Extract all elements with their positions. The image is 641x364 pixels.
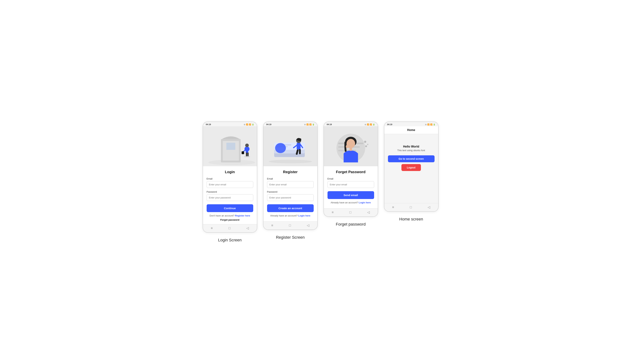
home-hello-text: Hello World: [388, 145, 435, 148]
forg-location-icon: ⊙: [365, 124, 366, 126]
home-menu-icon: ≡: [392, 206, 394, 209]
svg-rect-3: [226, 142, 235, 150]
register-time: 04:19: [266, 123, 271, 126]
register-password-label: Password: [267, 190, 314, 193]
svg-rect-22: [299, 149, 301, 154]
login-phone: 04:19 ⊙ 📶 📶 🔋: [203, 122, 257, 233]
location-icon: ⊙: [244, 124, 245, 126]
register-status-icons: ⊙ 📶 📶 🔋: [304, 124, 314, 126]
home-header: Home: [384, 126, 438, 134]
home-go-button[interactable]: Go to second screen: [388, 155, 435, 162]
svg-point-31: [365, 145, 367, 147]
login-register-link[interactable]: Register here: [235, 214, 250, 217]
signal-icon: 📶: [249, 124, 251, 126]
login-home-icon: □: [228, 226, 230, 230]
forg-wifi-icon: 📶: [367, 124, 369, 126]
login-time: 04:19: [206, 123, 211, 126]
forg-menu-icon: ≡: [332, 210, 334, 214]
login-illustration: [203, 126, 257, 166]
login-email-label: Email: [207, 177, 253, 180]
login-register-link-text: Don't have an account? Register here: [207, 214, 253, 217]
register-email-input[interactable]: [267, 181, 314, 188]
register-login-link-text: Already have an account? Login here: [267, 214, 314, 217]
reg-home-icon: □: [289, 224, 291, 228]
forg-battery-icon: 🔋: [373, 124, 375, 126]
forget-bottom-nav: ≡ □ ◁: [324, 208, 378, 216]
forget-title: Forget Password: [328, 170, 374, 174]
login-password-input[interactable]: [207, 194, 253, 201]
home-location-icon: ⊙: [425, 124, 427, 126]
svg-rect-8: [247, 152, 248, 156]
wifi-icon: 📶: [246, 124, 248, 126]
home-sub-text: This text using ubuntu font: [388, 149, 435, 152]
reg-battery-icon: 🔋: [312, 124, 314, 126]
forget-time: 04:19: [327, 123, 332, 126]
home-main-content: Hello World This text using ubuntu font …: [384, 134, 438, 203]
forget-email-label: Email: [328, 177, 374, 180]
forget-email-input[interactable]: [328, 181, 374, 188]
forget-form: Forget Password Email Send email Already…: [324, 166, 378, 208]
forget-screen-label: Forget password: [336, 222, 366, 227]
reg-wifi-icon: 📶: [306, 124, 308, 126]
screens-row: 04:19 ⊙ 📶 📶 🔋: [203, 122, 439, 242]
home-status-icons: ⊙ 📶 📶 🔋: [425, 124, 435, 126]
register-title: Register: [267, 170, 314, 174]
register-illustration: [263, 126, 317, 166]
forget-login-link[interactable]: Login here: [359, 201, 371, 204]
svg-point-18: [275, 143, 286, 153]
home-bottom-nav: ≡ □ ◁: [384, 203, 438, 212]
svg-rect-7: [246, 152, 247, 156]
login-svg: [203, 126, 257, 166]
login-continue-button[interactable]: Continue: [207, 204, 253, 212]
svg-rect-19: [296, 142, 300, 150]
register-screen-label: Register Screen: [276, 235, 305, 240]
svg-point-35: [346, 145, 349, 148]
reg-back-icon: ◁: [307, 224, 309, 228]
svg-rect-6: [246, 148, 248, 153]
home-wifi-icon: 📶: [427, 124, 429, 126]
home-logout-button[interactable]: Logout: [401, 164, 421, 171]
forg-home-icon: □: [349, 210, 351, 214]
home-signal-icon: 📶: [430, 124, 432, 126]
forget-status-icons: ⊙ 📶 📶 🔋: [365, 124, 375, 126]
login-screen-label: Login Screen: [218, 238, 242, 242]
forget-status-bar: 04:19 ⊙ 📶 📶 🔋: [324, 122, 378, 126]
forget-phone: 04:19 ⊙ 📶 📶 🔋: [324, 122, 378, 217]
forget-login-link-text: Already have an account? Login here: [328, 201, 374, 204]
home-time: 04:19: [387, 123, 392, 126]
reg-signal-icon: 📶: [309, 124, 311, 126]
home-back-icon: ◁: [428, 205, 430, 209]
login-password-label: Password: [207, 190, 253, 193]
forg-back-icon: ◁: [367, 210, 370, 214]
forget-illustration: [324, 126, 378, 166]
forget-screen-wrapper: 04:19 ⊙ 📶 📶 🔋: [324, 122, 378, 227]
svg-point-12: [269, 160, 312, 163]
register-status-bar: 04:19 ⊙ 📶 📶 🔋: [263, 122, 317, 126]
register-email-label: Email: [267, 177, 314, 180]
battery-icon: 🔋: [252, 124, 254, 126]
home-status-bar: 04:19 ⊙ 📶 📶 🔋: [384, 122, 438, 126]
svg-rect-10: [242, 151, 244, 154]
login-status-icons: ⊙ 📶 📶 🔋: [244, 124, 254, 126]
register-form: Register Email Password Create an accoun…: [263, 166, 317, 222]
login-bottom-nav: ≡ □ ◁: [203, 224, 257, 232]
login-title: Login: [207, 170, 253, 174]
home-battery-icon: 🔋: [433, 124, 435, 126]
register-phone: 04:19 ⊙ 📶 📶 🔋: [263, 122, 318, 230]
login-email-input[interactable]: [207, 181, 253, 188]
login-back-icon: ◁: [246, 226, 249, 230]
forget-svg: [324, 126, 378, 166]
login-forget-link[interactable]: Forget password: [207, 218, 253, 221]
home-screen-wrapper: 04:19 ⊙ 📶 📶 🔋 Home Hello World This text…: [384, 122, 439, 222]
forget-send-button[interactable]: Send email: [328, 191, 374, 199]
forg-signal-icon: 📶: [370, 124, 372, 126]
register-bottom-nav: ≡ □ ◁: [263, 222, 317, 230]
register-svg: [263, 126, 317, 166]
reg-location-icon: ⊙: [304, 124, 306, 126]
home-header-title: Home: [407, 128, 415, 132]
login-menu-icon: ≡: [211, 226, 213, 230]
register-login-link[interactable]: Login here: [298, 214, 310, 217]
svg-point-30: [367, 144, 368, 145]
register-password-input[interactable]: [267, 194, 314, 201]
register-create-button[interactable]: Create an account: [267, 204, 314, 212]
